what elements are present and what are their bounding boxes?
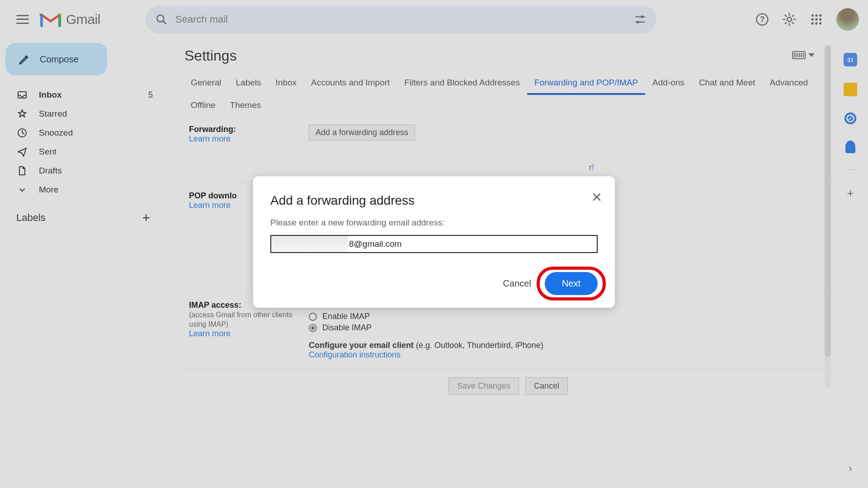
tab-inbox[interactable]: Inbox bbox=[269, 72, 304, 95]
calendar-app-icon[interactable] bbox=[844, 53, 857, 66]
imap-desc: (access Gmail from other clients using I… bbox=[189, 311, 292, 328]
tab-offline[interactable]: Offline bbox=[184, 95, 223, 116]
radio-label: Enable IMAP bbox=[322, 312, 370, 321]
imap-disable-radio[interactable]: Disable IMAP bbox=[309, 323, 828, 333]
config-prefix: Configure your email client bbox=[309, 341, 416, 350]
tab-addons[interactable]: Add-ons bbox=[645, 72, 692, 95]
tab-chat[interactable]: Chat and Meet bbox=[692, 72, 763, 95]
send-icon bbox=[16, 146, 28, 158]
get-addons-button[interactable]: + bbox=[847, 186, 854, 200]
search-input[interactable] bbox=[175, 14, 634, 25]
input-visible-text: 8@gmail.com bbox=[348, 239, 401, 249]
imap-learn-link[interactable]: Learn more bbox=[189, 329, 231, 338]
gmail-wordmark: Gmail bbox=[66, 12, 100, 27]
forwarding-learn-link[interactable]: Learn more bbox=[189, 134, 231, 143]
svg-point-16 bbox=[815, 22, 817, 24]
forwarding-label: Forwarding: bbox=[189, 125, 236, 134]
svg-point-17 bbox=[819, 22, 821, 24]
support-button[interactable]: ? bbox=[755, 12, 769, 27]
dialog-close-button[interactable] bbox=[591, 192, 602, 202]
scrollbar-thumb[interactable] bbox=[825, 45, 831, 357]
svg-point-11 bbox=[819, 14, 821, 16]
tab-labels[interactable]: Labels bbox=[229, 72, 269, 95]
svg-line-1 bbox=[163, 21, 166, 24]
svg-point-15 bbox=[811, 22, 814, 24]
dialog-title: Add a forwarding address bbox=[270, 193, 598, 208]
gmail-logo[interactable]: Gmail bbox=[40, 11, 100, 28]
hamburger-icon bbox=[16, 15, 29, 24]
search-bar[interactable] bbox=[146, 5, 656, 33]
tab-themes[interactable]: Themes bbox=[223, 95, 269, 116]
radio-label: Disable IMAP bbox=[322, 323, 372, 333]
pop-learn-link[interactable]: Learn more bbox=[189, 201, 231, 210]
svg-point-14 bbox=[819, 18, 821, 20]
star-icon bbox=[16, 108, 28, 120]
nav-snoozed[interactable]: Snoozed bbox=[5, 123, 166, 142]
svg-point-13 bbox=[815, 18, 817, 20]
config-suffix: (e.g. Outlook, Thunderbird, iPhone) bbox=[416, 341, 543, 350]
nav-starred[interactable]: Starred bbox=[5, 104, 166, 123]
keep-app-icon[interactable] bbox=[844, 83, 857, 96]
nav-inbox[interactable]: Inbox 5 bbox=[5, 85, 166, 104]
file-icon bbox=[16, 165, 28, 177]
imap-enable-radio[interactable]: Enable IMAP bbox=[309, 312, 828, 321]
side-panel: + › bbox=[833, 38, 868, 488]
nav-sent[interactable]: Sent bbox=[5, 142, 166, 161]
keyboard-icon bbox=[792, 51, 806, 59]
google-apps-button[interactable] bbox=[809, 12, 824, 27]
forwarding-email-input[interactable]: 8@gmail.com bbox=[270, 235, 598, 253]
tab-filters[interactable]: Filters and Blocked Addresses bbox=[397, 72, 527, 95]
compose-label: Compose bbox=[40, 54, 79, 65]
svg-point-5 bbox=[637, 20, 639, 23]
page-title: Settings bbox=[184, 47, 833, 64]
svg-point-9 bbox=[811, 14, 814, 16]
nav-label: Snoozed bbox=[39, 128, 73, 138]
tab-accounts[interactable]: Accounts and Import bbox=[304, 72, 397, 95]
dialog-prompt: Please enter a new forwarding email addr… bbox=[270, 218, 598, 228]
filter-tip-link[interactable]: r! bbox=[589, 163, 828, 173]
svg-point-3 bbox=[641, 15, 644, 18]
dialog-cancel-button[interactable]: Cancel bbox=[503, 278, 531, 289]
search-options-icon[interactable] bbox=[634, 13, 646, 26]
imap-label: IMAP access: bbox=[189, 300, 241, 310]
account-avatar[interactable] bbox=[836, 8, 859, 31]
help-icon: ? bbox=[755, 13, 769, 26]
tab-advanced[interactable]: Advanced bbox=[763, 72, 816, 95]
hide-panel-button[interactable]: › bbox=[849, 463, 852, 474]
add-label-button[interactable]: + bbox=[142, 210, 158, 225]
nav-label: Inbox bbox=[39, 90, 62, 100]
add-forwarding-button[interactable]: Add a forwarding address bbox=[309, 125, 415, 141]
compose-button[interactable]: Compose bbox=[5, 43, 107, 75]
svg-point-10 bbox=[815, 14, 817, 16]
pop-label: POP downlo bbox=[189, 191, 237, 200]
scrollbar-track[interactable] bbox=[825, 45, 831, 389]
chevron-down-icon bbox=[16, 184, 28, 196]
save-changes-button[interactable]: Save Changes bbox=[448, 377, 519, 395]
dialog-next-button[interactable]: Next bbox=[545, 272, 598, 295]
tab-forwarding[interactable]: Forwarding and POP/IMAP bbox=[527, 72, 645, 95]
pencil-icon bbox=[18, 53, 31, 66]
app-header: Gmail ? bbox=[0, 0, 868, 38]
gmail-m-icon bbox=[40, 11, 61, 28]
header-actions: ? bbox=[755, 8, 859, 31]
svg-text:?: ? bbox=[760, 15, 765, 24]
tab-general[interactable]: General bbox=[184, 72, 229, 95]
config-instructions-link[interactable]: Configuration instructions bbox=[309, 350, 828, 360]
tasks-app-icon[interactable] bbox=[844, 113, 856, 124]
svg-point-8 bbox=[787, 17, 791, 21]
radio-icon bbox=[309, 313, 317, 321]
nav-label: Starred bbox=[39, 109, 67, 119]
main-menu-button[interactable] bbox=[9, 6, 36, 33]
input-tools-button[interactable] bbox=[792, 51, 815, 59]
forwarding-section: Forwarding: Learn more Add a forwarding … bbox=[184, 116, 833, 182]
cancel-settings-button[interactable]: Cancel bbox=[525, 377, 568, 395]
nav-label: Sent bbox=[39, 147, 57, 157]
nav-label: Drafts bbox=[39, 166, 62, 176]
inbox-count: 5 bbox=[148, 90, 159, 100]
nav-drafts[interactable]: Drafts bbox=[5, 161, 166, 180]
gear-icon bbox=[782, 12, 797, 27]
nav-more[interactable]: More bbox=[5, 180, 166, 199]
contacts-app-icon[interactable] bbox=[845, 141, 855, 153]
settings-button[interactable] bbox=[782, 12, 797, 27]
settings-actions: Save Changes Cancel bbox=[184, 369, 833, 403]
